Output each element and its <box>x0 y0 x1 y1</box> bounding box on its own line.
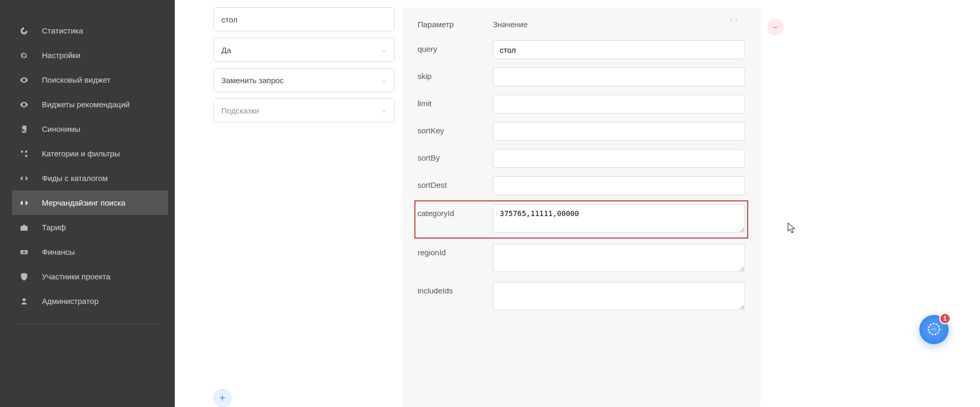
svg-point-2 <box>933 329 934 330</box>
active-select[interactable]: Да ⌄ <box>213 38 395 62</box>
param-input-includeIds[interactable] <box>493 282 745 310</box>
param-input-query[interactable] <box>493 40 745 59</box>
sidebar-item-label: Настройки <box>42 51 81 60</box>
param-label: sortKey <box>418 122 493 135</box>
param-row-includeIds: includeIds <box>418 282 745 312</box>
person-icon <box>19 296 29 307</box>
shield-icon <box>19 272 29 282</box>
sidebar-item-label: Категории и фильтры <box>42 149 120 158</box>
pager-prev[interactable]: ‹ <box>730 15 733 23</box>
param-label: limit <box>418 95 493 108</box>
sidebar-item-label: Финансы <box>42 247 75 256</box>
param-row-limit: limit <box>418 95 745 114</box>
panel-header: Параметр Значение <box>418 20 745 29</box>
sidebar-item-2[interactable]: Поисковый виджет <box>0 67 175 92</box>
header-value: Значение <box>493 20 528 29</box>
sidebar-item-label: Тариф <box>42 223 66 232</box>
pager-next[interactable]: › <box>735 15 738 23</box>
param-label: sortDest <box>418 176 493 189</box>
query-text-value: стол <box>221 15 238 24</box>
svg-point-1 <box>932 329 933 330</box>
param-row-sortBy: sortBy <box>418 149 745 168</box>
param-label: categoryId <box>418 205 493 218</box>
sidebar-item-6[interactable]: Фиды с каталогом <box>0 166 175 190</box>
code-icon <box>19 198 29 208</box>
active-select-value: Да <box>221 46 231 54</box>
copy-icon <box>19 124 29 134</box>
param-row-sortKey: sortKey <box>418 122 745 141</box>
param-input-sortKey[interactable] <box>493 122 745 141</box>
main-content: стол Да ⌄ Заменить запрос ⌄ Подсказки ⌄ … <box>175 0 980 407</box>
sidebar-item-9[interactable]: Финансы <box>0 240 175 264</box>
param-label: regionId <box>418 244 493 257</box>
sidebar-item-label: Поисковый виджет <box>42 75 110 84</box>
sidebar-item-label: Синонимы <box>42 125 81 133</box>
briefcase-icon <box>19 222 29 233</box>
donut-icon <box>19 26 29 36</box>
left-controls: стол Да ⌄ Заменить запрос ⌄ Подсказки ⌄ … <box>213 7 395 407</box>
eye-icon <box>19 99 29 110</box>
chat-badge: 1 <box>939 313 951 324</box>
param-label: skip <box>418 67 493 81</box>
param-row-skip: skip <box>418 67 745 86</box>
sidebar-item-3[interactable]: Виджеты рекомендаций <box>0 92 175 117</box>
param-label: sortBy <box>418 149 493 162</box>
sidebar-item-label: Мерчандайзинг поиска <box>42 198 126 207</box>
tree-icon <box>19 149 29 159</box>
params-panel: ‹ › − Параметр Значение queryskiplimitso… <box>402 7 761 407</box>
chevron-down-icon: ⌄ <box>381 46 387 53</box>
action-select-value: Заменить запрос <box>221 76 284 85</box>
sidebar-item-label: Виджеты рекомендаций <box>42 100 130 109</box>
sidebar-item-7[interactable]: Мерчандайзинг поиска <box>12 190 168 215</box>
panel-pager: ‹ › <box>730 15 738 23</box>
param-label: includeIds <box>418 282 493 295</box>
sidebar-item-label: Фиды с каталогом <box>42 174 108 183</box>
param-row-categoryId: categoryId <box>418 204 745 235</box>
remove-panel-button[interactable]: − <box>767 19 784 36</box>
sidebar-divider <box>16 324 159 324</box>
param-row-regionId: regionId <box>418 244 745 274</box>
sidebar-item-4[interactable]: Синонимы <box>0 117 175 141</box>
param-row-query: query <box>418 40 745 59</box>
sidebar-item-10[interactable]: Участники проекта <box>0 264 175 289</box>
action-select[interactable]: Заменить запрос ⌄ <box>213 68 395 92</box>
cash-icon <box>19 247 29 257</box>
eye-icon <box>19 75 29 85</box>
sidebar: СтатистикаНастройкиПоисковый виджетВидже… <box>0 0 175 407</box>
suggest-select-value: Подсказки <box>221 106 259 115</box>
gear-icon <box>19 50 29 61</box>
suggest-select[interactable]: Подсказки ⌄ <box>213 98 395 122</box>
sidebar-item-0[interactable]: Статистика <box>0 18 175 43</box>
chevron-down-icon: ⌄ <box>381 76 387 84</box>
chat-icon <box>927 322 941 338</box>
param-input-limit[interactable] <box>493 95 745 114</box>
header-param: Параметр <box>418 20 493 29</box>
param-input-skip[interactable] <box>493 67 745 86</box>
param-label: query <box>418 40 493 53</box>
param-input-categoryId[interactable] <box>493 205 745 233</box>
query-text-input[interactable]: стол <box>213 7 395 31</box>
plus-icon: + <box>219 392 226 404</box>
sidebar-item-label: Участники проекта <box>42 272 110 281</box>
add-button[interactable]: + <box>213 389 231 407</box>
params-table: queryskiplimitsortKeysortBysortDestcateg… <box>418 40 745 312</box>
sidebar-item-11[interactable]: Администратор <box>0 289 175 313</box>
sidebar-item-label: Статистика <box>42 26 83 35</box>
minus-icon: − <box>773 22 779 33</box>
param-input-sortDest[interactable] <box>493 176 745 195</box>
code-icon <box>19 173 29 184</box>
param-row-sortDest: sortDest <box>418 176 745 195</box>
param-input-sortBy[interactable] <box>493 149 745 168</box>
chevron-down-icon: ⌄ <box>381 107 387 114</box>
sidebar-item-label: Администратор <box>42 297 98 306</box>
svg-point-3 <box>936 329 937 330</box>
sidebar-item-5[interactable]: Категории и фильтры <box>0 141 175 166</box>
chat-button[interactable]: 1 <box>919 315 949 344</box>
param-input-regionId[interactable] <box>493 244 745 272</box>
sidebar-item-1[interactable]: Настройки <box>0 43 175 67</box>
sidebar-item-8[interactable]: Тариф <box>0 215 175 240</box>
